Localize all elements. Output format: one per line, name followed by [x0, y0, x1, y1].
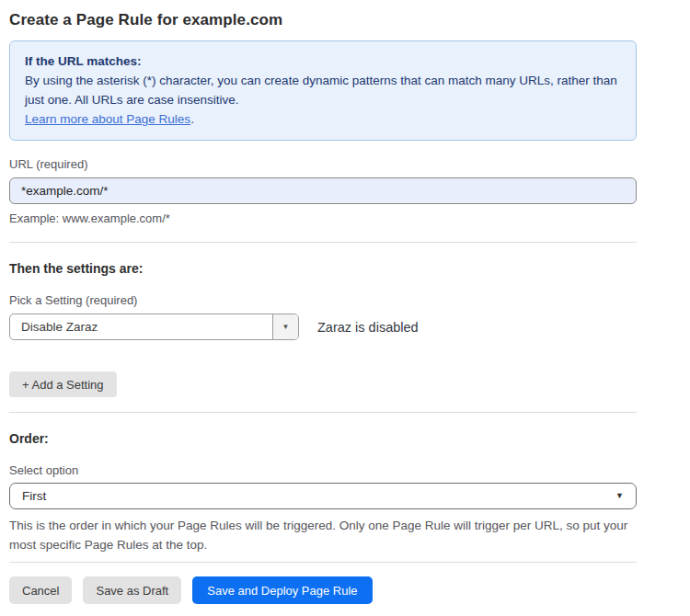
- url-example-helper: Example: www.example.com/*: [9, 211, 637, 227]
- page-rule-form: Create a Page Rule for example.com If th…: [0, 0, 637, 604]
- setting-row: Disable Zaraz ▼ Zaraz is disabled: [9, 314, 637, 340]
- order-section-heading: Order:: [9, 431, 637, 447]
- save-and-deploy-button[interactable]: Save and Deploy Page Rule: [192, 576, 372, 604]
- add-setting-button[interactable]: + Add a Setting: [9, 371, 117, 397]
- pick-setting-label: Pick a Setting (required): [9, 293, 637, 308]
- order-select-label: Select option: [9, 463, 637, 478]
- cancel-button[interactable]: Cancel: [9, 576, 72, 604]
- form-actions: Cancel Save as Draft Save and Deploy Pag…: [9, 576, 637, 604]
- setting-dropdown[interactable]: Disable Zaraz ▼: [9, 314, 299, 340]
- chevron-down-icon: ▼: [615, 492, 624, 500]
- settings-section-heading: Then the settings are:: [9, 261, 637, 277]
- info-box-heading: If the URL matches:: [25, 51, 621, 71]
- info-box-body: By using the asterisk (*) character, you…: [25, 71, 621, 109]
- order-select[interactable]: First ▼: [9, 483, 637, 509]
- page-title: Create a Page Rule for example.com: [9, 11, 637, 29]
- setting-dropdown-value: Disable Zaraz: [10, 314, 272, 339]
- divider: [9, 562, 637, 563]
- order-select-value: First: [22, 489, 615, 503]
- url-match-info-box: If the URL matches: By using the asteris…: [9, 40, 637, 141]
- divider: [9, 412, 637, 413]
- learn-more-link[interactable]: Learn more about Page Rules: [25, 112, 190, 126]
- order-helper-text: This is the order in which your Page Rul…: [9, 516, 637, 554]
- url-input[interactable]: [9, 177, 637, 204]
- dropdown-arrow-segment[interactable]: ▼: [272, 314, 298, 339]
- setting-status-text: Zaraz is disabled: [317, 320, 419, 335]
- save-as-draft-button[interactable]: Save as Draft: [83, 576, 181, 604]
- divider: [9, 242, 637, 243]
- link-suffix: .: [190, 112, 194, 126]
- chevron-down-icon: ▼: [282, 324, 290, 331]
- url-field-label: URL (required): [9, 157, 637, 172]
- info-box-link-line: Learn more about Page Rules.: [25, 109, 621, 129]
